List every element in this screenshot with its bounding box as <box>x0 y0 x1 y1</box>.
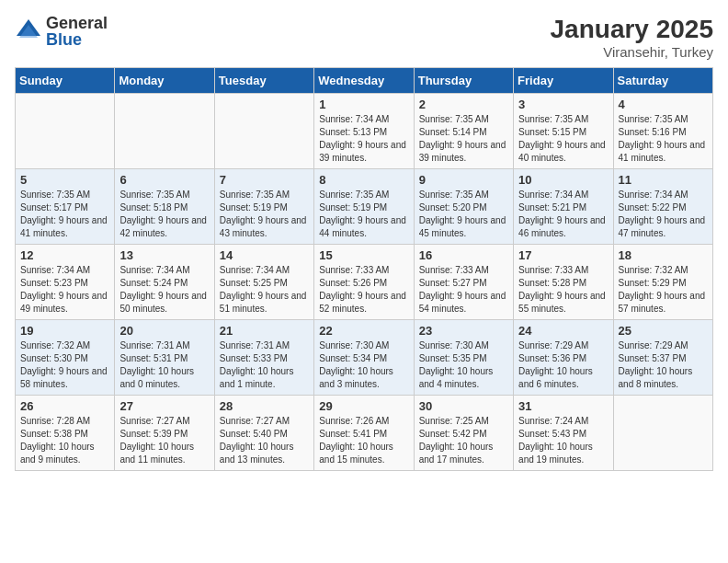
day-number: 19 <box>20 324 109 338</box>
day-info: Sunrise: 7:27 AMSunset: 5:40 PMDaylight:… <box>220 415 309 466</box>
day-number: 10 <box>518 173 608 187</box>
day-number: 13 <box>119 248 209 262</box>
day-info: Sunrise: 7:32 AMSunset: 5:30 PMDaylight:… <box>20 339 109 391</box>
day-info: Sunrise: 7:30 AMSunset: 5:34 PMDaylight:… <box>319 339 408 391</box>
week-row-0: 1 Sunrise: 7:34 AMSunset: 5:13 PMDayligh… <box>16 94 713 169</box>
day-number: 26 <box>20 399 109 413</box>
day-info: Sunrise: 7:34 AMSunset: 5:25 PMDaylight:… <box>220 264 309 316</box>
header-thursday: Thursday <box>414 68 513 94</box>
header-tuesday: Tuesday <box>214 68 313 94</box>
day-info: Sunrise: 7:33 AMSunset: 5:26 PMDaylight:… <box>319 264 408 316</box>
day-number: 23 <box>419 324 508 338</box>
day-number: 30 <box>419 399 508 413</box>
day-info: Sunrise: 7:35 AMSunset: 5:19 PMDaylight:… <box>220 189 309 240</box>
day-info: Sunrise: 7:34 AMSunset: 5:13 PMDaylight:… <box>319 113 408 165</box>
page-header: General Blue January 2025 Viransehir, Tu… <box>15 15 713 60</box>
cell-1-0: 5 Sunrise: 7:35 AMSunset: 5:17 PMDayligh… <box>16 169 115 245</box>
cell-2-1: 13 Sunrise: 7:34 AMSunset: 5:24 PMDaylig… <box>115 245 214 320</box>
cell-3-3: 22 Sunrise: 7:30 AMSunset: 5:34 PMDaylig… <box>314 320 414 396</box>
day-info: Sunrise: 7:24 AMSunset: 5:43 PMDaylight:… <box>518 415 608 466</box>
cell-3-0: 19 Sunrise: 7:32 AMSunset: 5:30 PMDaylig… <box>16 320 115 396</box>
cell-2-0: 12 Sunrise: 7:34 AMSunset: 5:23 PMDaylig… <box>16 245 115 320</box>
cell-2-6: 18 Sunrise: 7:32 AMSunset: 5:29 PMDaylig… <box>613 245 712 320</box>
day-number: 22 <box>319 324 408 338</box>
day-info: Sunrise: 7:30 AMSunset: 5:35 PMDaylight:… <box>419 339 508 391</box>
header-monday: Monday <box>115 68 214 94</box>
cell-0-3: 1 Sunrise: 7:34 AMSunset: 5:13 PMDayligh… <box>314 94 414 169</box>
day-info: Sunrise: 7:34 AMSunset: 5:22 PMDaylight:… <box>619 189 708 240</box>
day-info: Sunrise: 7:29 AMSunset: 5:36 PMDaylight:… <box>518 339 608 391</box>
day-number: 15 <box>319 248 408 262</box>
cell-2-2: 14 Sunrise: 7:34 AMSunset: 5:25 PMDaylig… <box>214 245 313 320</box>
day-info: Sunrise: 7:27 AMSunset: 5:39 PMDaylight:… <box>119 415 209 466</box>
cell-3-1: 20 Sunrise: 7:31 AMSunset: 5:31 PMDaylig… <box>115 320 214 396</box>
day-number: 11 <box>619 173 708 187</box>
calendar-table: Sunday Monday Tuesday Wednesday Thursday… <box>15 67 713 471</box>
header-sunday: Sunday <box>16 68 115 94</box>
day-info: Sunrise: 7:34 AMSunset: 5:23 PMDaylight:… <box>20 264 109 316</box>
cell-4-4: 30 Sunrise: 7:25 AMSunset: 5:42 PMDaylig… <box>414 396 513 471</box>
cell-2-3: 15 Sunrise: 7:33 AMSunset: 5:26 PMDaylig… <box>314 245 414 320</box>
day-number: 3 <box>518 98 608 111</box>
day-info: Sunrise: 7:35 AMSunset: 5:16 PMDaylight:… <box>619 113 708 165</box>
logo-general-text: General <box>46 15 108 31</box>
day-number: 20 <box>119 324 209 338</box>
week-row-3: 19 Sunrise: 7:32 AMSunset: 5:30 PMDaylig… <box>16 320 713 396</box>
cell-3-6: 25 Sunrise: 7:29 AMSunset: 5:37 PMDaylig… <box>613 320 712 396</box>
cell-4-2: 28 Sunrise: 7:27 AMSunset: 5:40 PMDaylig… <box>214 396 313 471</box>
day-info: Sunrise: 7:35 AMSunset: 5:19 PMDaylight:… <box>319 189 408 240</box>
header-friday: Friday <box>514 68 613 94</box>
title-block: January 2025 Viransehir, Turkey <box>551 15 713 60</box>
cell-2-4: 16 Sunrise: 7:33 AMSunset: 5:27 PMDaylig… <box>414 245 513 320</box>
header-wednesday: Wednesday <box>314 68 414 94</box>
day-info: Sunrise: 7:33 AMSunset: 5:28 PMDaylight:… <box>518 264 608 316</box>
day-number: 17 <box>518 248 608 262</box>
day-number: 6 <box>119 173 209 187</box>
day-info: Sunrise: 7:35 AMSunset: 5:18 PMDaylight:… <box>119 189 209 240</box>
cell-1-3: 8 Sunrise: 7:35 AMSunset: 5:19 PMDayligh… <box>314 169 414 245</box>
cell-0-1 <box>115 94 214 169</box>
day-number: 1 <box>319 98 408 111</box>
cell-4-0: 26 Sunrise: 7:28 AMSunset: 5:38 PMDaylig… <box>16 396 115 471</box>
day-info: Sunrise: 7:32 AMSunset: 5:29 PMDaylight:… <box>619 264 708 316</box>
day-info: Sunrise: 7:31 AMSunset: 5:33 PMDaylight:… <box>220 339 309 391</box>
cell-3-5: 24 Sunrise: 7:29 AMSunset: 5:36 PMDaylig… <box>514 320 613 396</box>
day-info: Sunrise: 7:33 AMSunset: 5:27 PMDaylight:… <box>419 264 508 316</box>
calendar-header: Sunday Monday Tuesday Wednesday Thursday… <box>16 68 713 94</box>
day-info: Sunrise: 7:28 AMSunset: 5:38 PMDaylight:… <box>20 415 109 466</box>
day-info: Sunrise: 7:25 AMSunset: 5:42 PMDaylight:… <box>419 415 508 466</box>
day-info: Sunrise: 7:35 AMSunset: 5:14 PMDaylight:… <box>419 113 508 165</box>
day-info: Sunrise: 7:29 AMSunset: 5:37 PMDaylight:… <box>619 339 708 391</box>
cell-0-2 <box>214 94 313 169</box>
cell-4-3: 29 Sunrise: 7:26 AMSunset: 5:41 PMDaylig… <box>314 396 414 471</box>
day-number: 21 <box>220 324 309 338</box>
calendar-title: January 2025 <box>551 15 713 44</box>
cell-4-1: 27 Sunrise: 7:27 AMSunset: 5:39 PMDaylig… <box>115 396 214 471</box>
day-info: Sunrise: 7:34 AMSunset: 5:21 PMDaylight:… <box>518 189 608 240</box>
day-number: 25 <box>619 324 708 338</box>
calendar-subtitle: Viransehir, Turkey <box>551 44 713 60</box>
day-info: Sunrise: 7:26 AMSunset: 5:41 PMDaylight:… <box>319 415 408 466</box>
cell-4-6 <box>613 396 712 471</box>
day-number: 31 <box>518 399 608 413</box>
cell-1-4: 9 Sunrise: 7:35 AMSunset: 5:20 PMDayligh… <box>414 169 513 245</box>
day-number: 2 <box>419 98 508 111</box>
cell-1-5: 10 Sunrise: 7:34 AMSunset: 5:21 PMDaylig… <box>514 169 613 245</box>
cell-0-6: 4 Sunrise: 7:35 AMSunset: 5:16 PMDayligh… <box>613 94 712 169</box>
day-info: Sunrise: 7:35 AMSunset: 5:20 PMDaylight:… <box>419 189 508 240</box>
cell-3-2: 21 Sunrise: 7:31 AMSunset: 5:33 PMDaylig… <box>214 320 313 396</box>
day-number: 9 <box>419 173 508 187</box>
cell-0-5: 3 Sunrise: 7:35 AMSunset: 5:15 PMDayligh… <box>514 94 613 169</box>
cell-4-5: 31 Sunrise: 7:24 AMSunset: 5:43 PMDaylig… <box>514 396 613 471</box>
day-number: 16 <box>419 248 508 262</box>
logo-blue-text: Blue <box>46 31 108 48</box>
day-number: 5 <box>20 173 109 187</box>
cell-0-0 <box>16 94 115 169</box>
day-info: Sunrise: 7:35 AMSunset: 5:15 PMDaylight:… <box>518 113 608 165</box>
cell-1-6: 11 Sunrise: 7:34 AMSunset: 5:22 PMDaylig… <box>613 169 712 245</box>
day-number: 24 <box>518 324 608 338</box>
day-number: 12 <box>20 248 109 262</box>
week-row-4: 26 Sunrise: 7:28 AMSunset: 5:38 PMDaylig… <box>16 396 713 471</box>
day-number: 28 <box>220 399 309 413</box>
day-number: 8 <box>319 173 408 187</box>
